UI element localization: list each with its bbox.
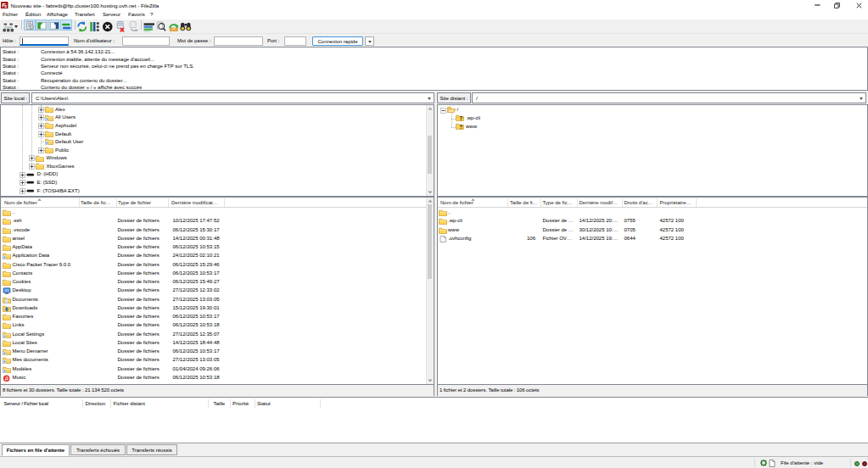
svg-text:?: ? (459, 115, 462, 121)
svg-text:?: ? (459, 124, 462, 130)
